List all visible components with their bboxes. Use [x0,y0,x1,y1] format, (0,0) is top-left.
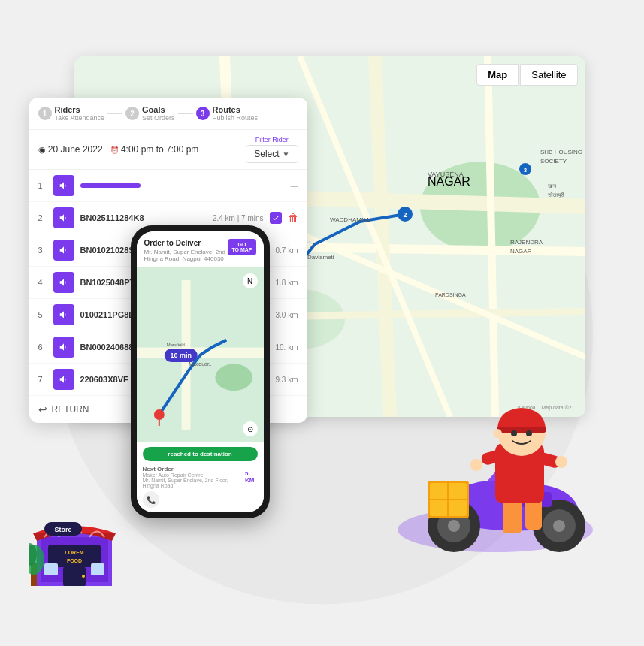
route-icon-1 [53,175,74,196]
delete-icon-2[interactable]: 🗑 [288,212,298,224]
locate-icon[interactable]: ⊙ [243,421,258,436]
phone-bottom-bar: 📞 [143,491,258,508]
date-time-text: ◉ 20 June 2022 ⏰ 4:00 pm to 7:00 pm [38,144,199,155]
next-order-row: Next Order Maker Auto Repair Centre Mr. … [143,466,258,488]
step-1-info: Riders Take Attendance [55,105,105,122]
route-icon-6 [53,337,74,358]
svg-text:3: 3 [523,167,527,174]
step-header: 1 Riders Take Attendance 2 Goals Set Ord… [29,98,307,130]
svg-rect-56 [497,427,546,433]
reached-destination-button[interactable]: reached to destination [143,447,258,461]
delivery-person-illustration [375,304,615,590]
route-icon-5 [53,304,74,325]
route-expand-icon: — [291,182,298,190]
svg-point-66 [82,575,85,578]
route-bar-1 [80,183,141,188]
filter-row: ◉ 20 June 2022 ⏰ 4:00 pm to 7:00 pm Filt… [29,130,307,170]
ten-min-badge: 10 min [164,349,198,362]
svg-text:SHB HOUSING: SHB HOUSING [540,149,582,155]
select-button[interactable]: Select ▼ [246,145,298,163]
store-illustration: LOREM FOOD Store [29,488,127,593]
store-svg: LOREM FOOD Store [29,488,127,593]
route-detail-6: 10. km [275,343,298,352]
phone-map-svg: Macquar.. Marsfield [137,267,264,442]
call-icon[interactable]: 📞 [143,491,159,508]
phone-footer: reached to destination Next Order Maker … [137,442,264,512]
step-2-info: Goals Set Orders [142,105,175,122]
svg-point-42 [553,520,565,532]
compass-icon: N [243,273,258,288]
main-wrapper: 2 3 VAYUSENA NAGAR WADDHAMNA RAJENDRA NA… [14,11,630,635]
route-icon-3 [53,240,74,261]
step-1: 1 Riders Take Attendance [38,105,105,122]
next-order-distance: 5 KM [245,470,258,484]
route-icon-2 [53,207,74,228]
step-3-sublabel: Publish Routes [213,114,259,122]
step-2-num: 2 [125,107,139,120]
route-num-2: 2 [38,213,47,222]
tab-satellite[interactable]: Satellite [520,64,577,86]
svg-text:RAJENDRA: RAJENDRA [510,239,543,246]
filter-rider-control: Filter Rider Select ▼ [246,136,298,163]
rider-svg [375,304,615,590]
route-num-5: 5 [38,310,47,319]
step-2: 2 Goals Set Orders [125,105,175,122]
svg-point-33 [215,364,252,391]
svg-point-53 [470,459,482,471]
svg-text:FOOD: FOOD [66,558,81,563]
return-icon: ↩ [38,403,47,415]
svg-text:Marsfield: Marsfield [166,343,184,347]
route-icon-4 [53,272,74,293]
svg-point-39 [448,520,460,532]
svg-point-59 [493,429,502,438]
route-num-3: 3 [38,246,47,255]
step-1-label: Riders [55,105,105,114]
route-detail-4: 1.8 km [275,279,298,287]
step-3: 3 Routes Publish Routes [196,105,259,122]
route-num-7: 7 [38,375,47,384]
svg-point-31 [153,409,164,420]
route-detail-3: 0.7 km [275,246,298,255]
route-num-6: 6 [38,343,47,352]
select-label: Select [254,149,279,159]
go-to-map-button[interactable]: GO TO MAP [228,239,255,255]
route-num-1: 1 [38,181,47,190]
next-order-detail: Maker Auto Repair Centre [143,472,245,478]
tab-map[interactable]: Map [476,64,519,86]
step-2-label: Goals [142,105,175,114]
route-id-2: BN025111284K8 [80,213,207,222]
svg-text:PARDSINGA: PARDSINGA [435,292,466,297]
chevron-down-icon: ▼ [283,150,290,158]
route-icon-7 [53,369,74,390]
route-check-2[interactable] [270,212,282,224]
step-divider-2 [178,113,193,114]
step-divider-1 [107,113,122,114]
svg-text:Macquar..: Macquar.. [189,361,212,367]
map-tabs: Map Satellite [476,64,577,86]
svg-text:NAGAR: NAGAR [428,175,470,188]
svg-text:SOCIETY: SOCIETY [540,158,567,165]
step-1-sublabel: Take Attendance [55,114,105,122]
step-3-info: Routes Publish Routes [213,105,259,122]
svg-point-58 [526,430,532,436]
next-order-address: Mr. Namit, Super Enclave, 2nd Floor, Hin… [143,478,245,488]
return-label: RETURN [52,404,89,415]
route-row-1: 1 — [29,170,307,202]
svg-point-57 [511,430,517,436]
svg-text:NAGAR: NAGAR [510,248,532,255]
route-detail-7: 9.3 km [275,376,298,384]
svg-rect-68 [91,563,104,575]
step-3-num: 3 [196,107,210,120]
step-3-label: Routes [213,105,259,114]
svg-text:WADDHAMNA: WADDHAMNA [330,216,370,223]
svg-rect-67 [44,563,58,575]
next-order-label: Next Order [143,466,245,472]
svg-point-54 [555,456,567,468]
svg-text:Davlameti: Davlameti [307,254,334,261]
route-num-4: 4 [38,278,47,287]
phone-map-area: Macquar.. Marsfield 10 min N ⊙ [137,267,264,442]
phone-mockup: Order to Deliver Mr. Namit, Super Enclav… [131,225,270,518]
phone-header: Order to Deliver Mr. Namit, Super Enclav… [137,231,264,267]
svg-text:2: 2 [403,211,407,219]
svg-text:खान: खान [547,183,557,189]
